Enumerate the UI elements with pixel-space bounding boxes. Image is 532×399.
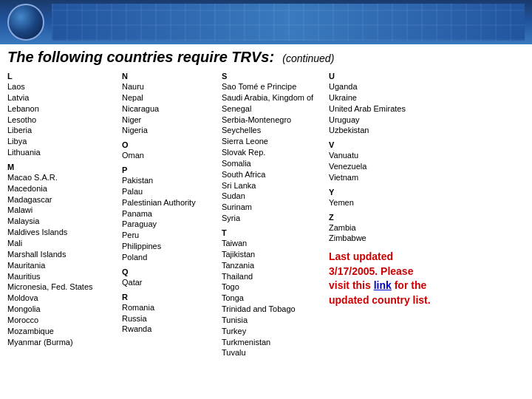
letter-O: O xyxy=(122,140,222,149)
column-2: N Nauru Nepal Nicaragua Niger Nigeria O … xyxy=(122,70,222,358)
country-turkey: Turkey xyxy=(222,326,329,337)
country-tuvalu: Tuvalu xyxy=(222,347,329,358)
country-srilanka: Sri Lanka xyxy=(222,180,329,191)
letter-Z: Z xyxy=(329,213,432,222)
country-nicaragua: Nicaragua xyxy=(122,103,222,115)
country-slovak: Slovak Rep. xyxy=(222,147,329,158)
update-notice: Last updated 3/17/2005. Please visit thi… xyxy=(329,250,432,307)
country-poland: Poland xyxy=(122,252,222,263)
country-nauru: Nauru xyxy=(122,81,222,92)
country-morocco: Morocco xyxy=(7,315,122,326)
country-micronesia: Micronesia, Fed. States xyxy=(7,282,122,293)
country-tonga: Tonga xyxy=(222,293,329,304)
country-philippines: Philippines xyxy=(122,241,222,252)
countries-columns: L Laos Latvia Lebanon Lesotho Liberia Li… xyxy=(7,70,525,358)
update-link[interactable]: link xyxy=(374,279,392,291)
country-malawi: Malawi xyxy=(7,205,122,216)
column-3: S Sao Tomé e Principe Saudi Arabia, King… xyxy=(222,70,329,358)
country-tunisia: Tunisia xyxy=(222,315,329,326)
country-yemen: Yemen xyxy=(329,197,432,208)
letter-R: R xyxy=(122,293,222,301)
country-mongolia: Mongolia xyxy=(7,304,122,315)
world-map-banner xyxy=(52,4,525,41)
country-uzbekistan: Uzbekistan xyxy=(329,125,432,136)
country-sierraleone: Sierra Leone xyxy=(222,136,329,147)
country-myanmar: Myanmar (Burma) xyxy=(7,337,122,348)
country-southafrica: South Africa xyxy=(222,169,329,180)
letter-T: T xyxy=(222,228,329,237)
country-syria: Syria xyxy=(222,213,329,224)
country-uruguay: Uruguay xyxy=(329,115,432,126)
letter-S: S xyxy=(222,72,329,81)
country-uae: United Arab Emirates xyxy=(329,103,432,115)
letter-N: N xyxy=(122,72,222,81)
country-saudi: Saudi Arabia, Kingdom of xyxy=(222,92,329,103)
country-palestinian: Palestinian Authority xyxy=(122,197,222,208)
country-senegal: Senegal xyxy=(222,103,329,115)
country-zambia: Zambia xyxy=(329,222,432,233)
country-maldives: Maldives Islands xyxy=(7,227,122,238)
country-moldova: Moldova xyxy=(7,293,122,304)
country-tajikistan: Tajikistan xyxy=(222,249,329,260)
country-rwanda: Rwanda xyxy=(122,324,222,335)
country-lithuania: Lithuania xyxy=(7,147,122,158)
page-content: The following countries require TRVs: (c… xyxy=(0,44,532,363)
country-somalia: Somalia xyxy=(222,158,329,169)
country-trinidad: Trinidad and Tobago xyxy=(222,304,329,315)
country-paraguay: Paraguay xyxy=(122,219,222,230)
country-turkmenistan: Turkmenistan xyxy=(222,337,329,348)
country-sudan: Sudan xyxy=(222,191,329,202)
letter-M: M xyxy=(7,163,122,171)
country-russia: Russia xyxy=(122,313,222,324)
country-nepal: Nepal xyxy=(122,92,222,103)
country-ukraine: Ukraine xyxy=(329,92,432,103)
country-saotome: Sao Tomé e Principe xyxy=(222,81,329,92)
country-nigeria: Nigeria xyxy=(122,125,222,136)
country-mauritania: Mauritania xyxy=(7,260,122,271)
country-lebanon: Lebanon xyxy=(7,103,122,115)
country-oman: Oman xyxy=(122,150,222,161)
letter-Y: Y xyxy=(329,188,432,197)
country-taiwan: Taiwan xyxy=(222,238,329,249)
country-lesotho: Lesotho xyxy=(7,115,122,126)
letter-V: V xyxy=(329,140,432,149)
country-romania: Romania xyxy=(122,302,222,313)
country-latvia: Latvia xyxy=(7,92,122,103)
country-malaysia: Malaysia xyxy=(7,216,122,227)
letter-L: L xyxy=(7,72,122,81)
column-1: L Laos Latvia Lebanon Lesotho Liberia Li… xyxy=(7,70,122,358)
letter-P: P xyxy=(122,166,222,174)
country-niger: Niger xyxy=(122,115,222,126)
page-header xyxy=(0,0,532,44)
country-panama: Panama xyxy=(122,208,222,219)
country-tanzania: Tanzania xyxy=(222,260,329,271)
country-laos: Laos xyxy=(7,81,122,92)
country-surinam: Surinam xyxy=(222,202,329,213)
country-macedonia: Macedonia xyxy=(7,183,122,194)
globe-icon xyxy=(7,4,44,41)
country-zimbabwe: Zimbabwe xyxy=(329,233,432,244)
letter-Q: Q xyxy=(122,267,222,276)
country-qatar: Qatar xyxy=(122,277,222,288)
country-madagascar: Madagascar xyxy=(7,194,122,205)
country-marshall: Marshall Islands xyxy=(7,249,122,260)
country-mauritius: Mauritius xyxy=(7,271,122,282)
country-seychelles: Seychelles xyxy=(222,125,329,136)
country-mozambique: Mozambique xyxy=(7,326,122,337)
country-liberia: Liberia xyxy=(7,125,122,136)
country-palau: Palau xyxy=(122,186,222,197)
letter-U: U xyxy=(329,72,432,81)
country-libya: Libya xyxy=(7,136,122,147)
country-venezuela: Venezuela xyxy=(329,161,432,172)
country-thailand: Thailand xyxy=(222,271,329,282)
page-title: The following countries require TRVs: (c… xyxy=(7,49,525,66)
country-togo: Togo xyxy=(222,282,329,293)
country-mali: Mali xyxy=(7,238,122,249)
country-pakistan: Pakistan xyxy=(122,175,222,186)
country-macao: Macao S.A.R. xyxy=(7,172,122,183)
country-peru: Peru xyxy=(122,230,222,241)
country-vanuatu: Vanuatu xyxy=(329,150,432,161)
column-4: U Uganda Ukraine United Arab Emirates Ur… xyxy=(329,70,432,358)
country-vietnam: Vietnam xyxy=(329,172,432,183)
country-uganda: Uganda xyxy=(329,81,432,92)
